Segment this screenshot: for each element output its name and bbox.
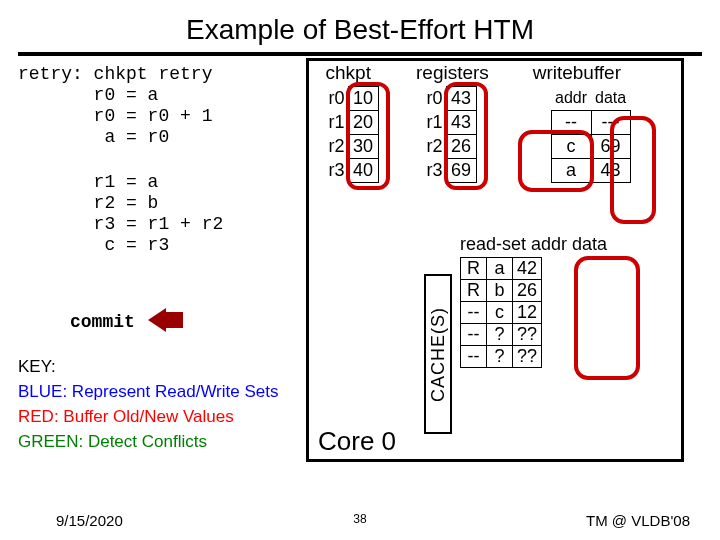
table-row: Rb26	[461, 280, 542, 302]
key-blue: BLUE: Represent Read/Write Sets	[18, 379, 278, 404]
table-row: --???	[461, 324, 542, 346]
cell: c	[551, 134, 591, 158]
chkpt-header: chkpt	[318, 62, 379, 84]
cell: 30	[348, 135, 378, 159]
table-row: addr data	[523, 86, 630, 110]
table-row: --???	[461, 346, 542, 368]
commit-arrow-icon	[148, 308, 166, 332]
reg-label: r0	[416, 87, 446, 111]
table-row: -----	[523, 110, 630, 134]
chkpt-table: chkpt r010 r120 r230 r340	[318, 62, 379, 183]
readset-table: read-set addr data Ra42 Rb26 --c12 --???…	[460, 234, 607, 368]
registers-table: registers r043 r143 r226 r369	[416, 62, 489, 183]
wbuf-sub-addr: addr	[551, 86, 591, 110]
cell: 43	[446, 87, 476, 111]
cell: b	[487, 280, 513, 302]
cell: 69	[446, 159, 476, 183]
footer-conference: TM @ VLDB'08	[586, 512, 690, 529]
cell: --	[461, 302, 487, 324]
cell: R	[461, 258, 487, 280]
cell: ?	[487, 324, 513, 346]
diagram-stage: retry: chkpt retry r0 = a r0 = r0 + 1 a …	[18, 62, 702, 482]
table-row: r143	[416, 111, 476, 135]
cache-label: CACHE(S)	[428, 306, 449, 401]
cell: R	[461, 280, 487, 302]
cell: 10	[348, 87, 378, 111]
writebuffer-table: writebuffer addr data ----- c69 a43	[523, 62, 631, 183]
cell: 69	[591, 134, 630, 158]
cell: 20	[348, 111, 378, 135]
footer: 9/15/2020 38 TM @ VLDB'08	[0, 512, 720, 534]
cell: 40	[348, 159, 378, 183]
reg-label: r3	[318, 159, 348, 183]
registers-header: registers	[416, 62, 489, 84]
core-label: Core 0	[318, 426, 396, 457]
code-block-2: r1 = a r2 = b r3 = r1 + r2 c = r3	[18, 172, 223, 256]
cell: ??	[513, 324, 542, 346]
footer-date: 9/15/2020	[56, 512, 123, 529]
cell: 26	[513, 280, 542, 302]
cell: 26	[446, 135, 476, 159]
table-row: r369	[416, 159, 476, 183]
cell: --	[461, 346, 487, 368]
cell: 43	[446, 111, 476, 135]
commit-label: commit	[70, 312, 135, 332]
table-row: Ra42	[461, 258, 542, 280]
reg-label: r1	[416, 111, 446, 135]
cell: c	[487, 302, 513, 324]
key-legend: KEY: BLUE: Represent Read/Write Sets RED…	[18, 354, 278, 454]
table-row: r120	[318, 111, 378, 135]
cell: 12	[513, 302, 542, 324]
table-row: r340	[318, 159, 378, 183]
code-block-1: retry: chkpt retry r0 = a r0 = r0 + 1 a …	[18, 64, 212, 148]
cell: a	[551, 158, 591, 182]
cell: --	[551, 110, 591, 134]
table-row: a43	[523, 158, 630, 182]
table-row: --c12	[461, 302, 542, 324]
table-row: r043	[416, 87, 476, 111]
key-title: KEY:	[18, 354, 278, 379]
cell: ??	[513, 346, 542, 368]
key-red: RED: Buffer Old/New Values	[18, 404, 278, 429]
key-green: GREEN: Detect Conflicts	[18, 429, 278, 454]
cell: 43	[591, 158, 630, 182]
cache-label-box: CACHE(S)	[424, 274, 452, 434]
wbuf-sub-data: data	[591, 86, 630, 110]
title-rule	[18, 52, 702, 56]
table-row: r010	[318, 87, 378, 111]
cell: a	[487, 258, 513, 280]
table-row: r226	[416, 135, 476, 159]
cell: ---	[591, 110, 630, 134]
footer-page: 38	[353, 512, 366, 526]
reg-label: r1	[318, 111, 348, 135]
table-row: r230	[318, 135, 378, 159]
reg-label: r2	[416, 135, 446, 159]
cell: --	[461, 324, 487, 346]
reg-label: r3	[416, 159, 446, 183]
readset-header: read-set addr data	[460, 234, 607, 255]
reg-label: r2	[318, 135, 348, 159]
writebuffer-header: writebuffer	[523, 62, 631, 84]
cell: 42	[513, 258, 542, 280]
cell: ?	[487, 346, 513, 368]
reg-label: r0	[318, 87, 348, 111]
slide-title: Example of Best-Effort HTM	[0, 0, 720, 52]
table-row: c69	[523, 134, 630, 158]
